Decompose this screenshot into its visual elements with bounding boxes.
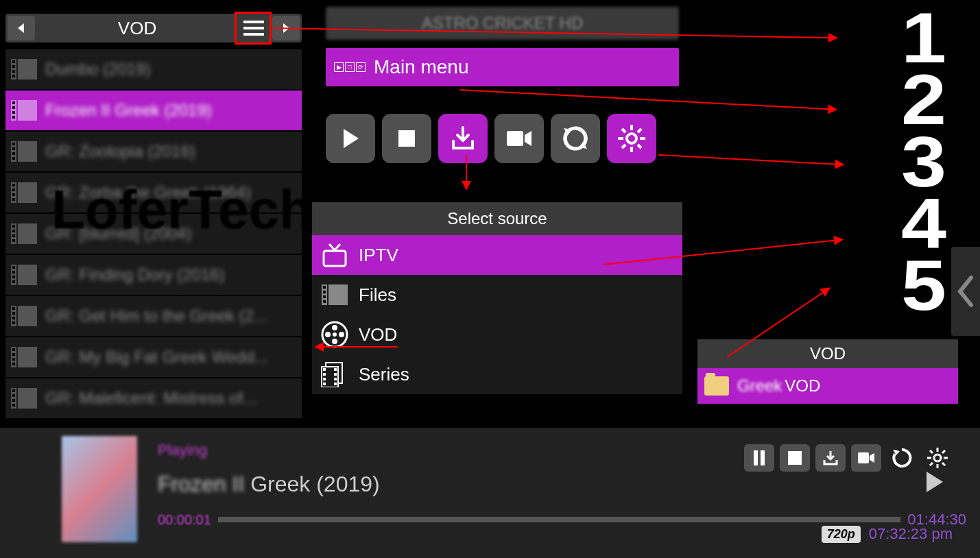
svg-point-59 — [627, 134, 636, 143]
svg-rect-24 — [12, 189, 15, 191]
play-next-button[interactable] — [925, 470, 946, 494]
svg-rect-0 — [243, 21, 264, 23]
vod-item-label: Dumbo (2019) — [45, 60, 150, 79]
nav-prev-button[interactable] — [8, 16, 35, 40]
sidebar-title: VOD — [37, 18, 237, 39]
film-icon — [11, 182, 37, 203]
svg-rect-52 — [18, 388, 37, 409]
svg-rect-87 — [323, 383, 326, 385]
folder-icon — [704, 376, 729, 396]
quality-badge: 720p — [822, 526, 861, 543]
svg-rect-8 — [12, 75, 15, 77]
svg-rect-17 — [12, 143, 15, 145]
svg-rect-14 — [12, 116, 15, 119]
source-item-series[interactable]: Series — [312, 354, 682, 394]
svg-rect-89 — [334, 373, 337, 376]
film-icon — [320, 282, 349, 308]
svg-rect-86 — [323, 378, 326, 380]
source-panel-title: Select source — [312, 202, 682, 235]
vod-list-item[interactable]: GR: Zootopia (2016) — [5, 132, 302, 171]
vod-list-item[interactable]: GR: My Big Fat Greek Wedd... — [5, 337, 302, 377]
download-button[interactable] — [438, 114, 488, 163]
vod-item-label: GR: Get Him to the Greek (2... — [45, 306, 267, 326]
vod-list-item[interactable]: GR: Get Him to the Greek (2... — [5, 296, 302, 336]
main-menu-label: Main menu — [374, 56, 469, 78]
svg-rect-13 — [12, 111, 15, 114]
svg-rect-72 — [323, 286, 326, 289]
source-item-label: Series — [359, 364, 409, 385]
svg-rect-92 — [754, 450, 758, 465]
right-panel-item[interactable]: Greek VOD — [697, 368, 958, 404]
svg-point-80 — [325, 332, 331, 337]
progress-bar[interactable] — [218, 517, 901, 522]
vod-list-item[interactable]: GR: Maleficent: Mistress of... — [5, 378, 302, 418]
vod-item-label: GR: My Big Fat Greek Wedd... — [45, 348, 268, 367]
menu-button[interactable] — [237, 14, 270, 43]
expand-handle[interactable] — [951, 247, 980, 336]
pause-button[interactable] — [744, 444, 774, 472]
svg-line-102 — [942, 463, 945, 465]
svg-rect-30 — [12, 230, 15, 232]
download-button-small[interactable] — [815, 444, 846, 472]
svg-point-77 — [332, 325, 337, 330]
svg-rect-48 — [12, 353, 15, 356]
svg-rect-4 — [18, 59, 37, 80]
svg-rect-16 — [18, 141, 37, 162]
stop-button-small[interactable] — [780, 444, 810, 472]
svg-rect-71 — [328, 284, 348, 305]
svg-rect-12 — [12, 106, 15, 109]
svg-rect-49 — [12, 358, 15, 361]
svg-line-103 — [942, 450, 945, 453]
svg-rect-19 — [12, 152, 15, 155]
settings-button[interactable] — [607, 114, 656, 163]
svg-rect-68 — [324, 251, 346, 266]
refresh-button-small[interactable] — [887, 444, 917, 472]
film-icon — [11, 141, 37, 162]
source-item-iptv[interactable]: IPTV — [312, 235, 682, 275]
source-item-label: Files — [359, 284, 396, 306]
clock: 07:32:23 pm — [869, 525, 953, 543]
svg-point-78 — [339, 332, 344, 337]
svg-rect-25 — [12, 193, 15, 196]
film-icon — [11, 223, 37, 244]
main-menu-icons: ▶□⟳ — [334, 62, 366, 72]
svg-point-69 — [333, 249, 336, 252]
svg-line-104 — [930, 463, 933, 465]
record-button-small[interactable] — [851, 444, 881, 472]
source-item-vod[interactable]: VOD — [312, 315, 682, 354]
record-button[interactable] — [494, 114, 544, 163]
svg-point-96 — [934, 454, 941, 461]
svg-line-67 — [622, 145, 625, 148]
vod-list-item[interactable]: Dumbo (2019) — [5, 49, 302, 89]
svg-line-65 — [638, 145, 641, 148]
svg-rect-73 — [323, 291, 326, 293]
tv-icon — [320, 242, 349, 268]
svg-line-64 — [622, 129, 625, 132]
vod-list-item[interactable]: Frozen II Greek (2019) — [5, 90, 302, 130]
svg-rect-43 — [12, 317, 15, 319]
svg-rect-41 — [12, 307, 15, 310]
stop-button[interactable] — [382, 114, 431, 163]
svg-rect-54 — [12, 394, 15, 397]
svg-rect-56 — [12, 404, 15, 407]
svg-rect-1 — [243, 27, 264, 29]
vod-list-item[interactable]: GR: Finding Dory (2016) — [5, 255, 302, 295]
svg-rect-42 — [12, 312, 15, 315]
svg-rect-23 — [12, 184, 15, 186]
play-button[interactable] — [326, 114, 375, 163]
svg-point-79 — [332, 339, 337, 344]
right-panel-title: VOD — [697, 339, 958, 368]
vod-item-label: GR: Maleficent: Mistress of... — [45, 389, 256, 408]
main-menu-item[interactable]: ▶□⟳ Main menu — [326, 48, 679, 86]
source-item-files[interactable]: Files — [312, 275, 682, 315]
svg-rect-95 — [858, 452, 869, 463]
vod-item-label: GR: Finding Dory (2016) — [45, 265, 224, 284]
film-icon — [11, 59, 37, 80]
film-icon — [11, 347, 37, 367]
settings-button-small[interactable] — [922, 444, 953, 472]
svg-rect-94 — [788, 451, 802, 465]
svg-rect-2 — [243, 33, 264, 36]
svg-rect-7 — [12, 70, 15, 73]
svg-rect-75 — [323, 300, 326, 303]
refresh-button[interactable] — [551, 114, 600, 163]
